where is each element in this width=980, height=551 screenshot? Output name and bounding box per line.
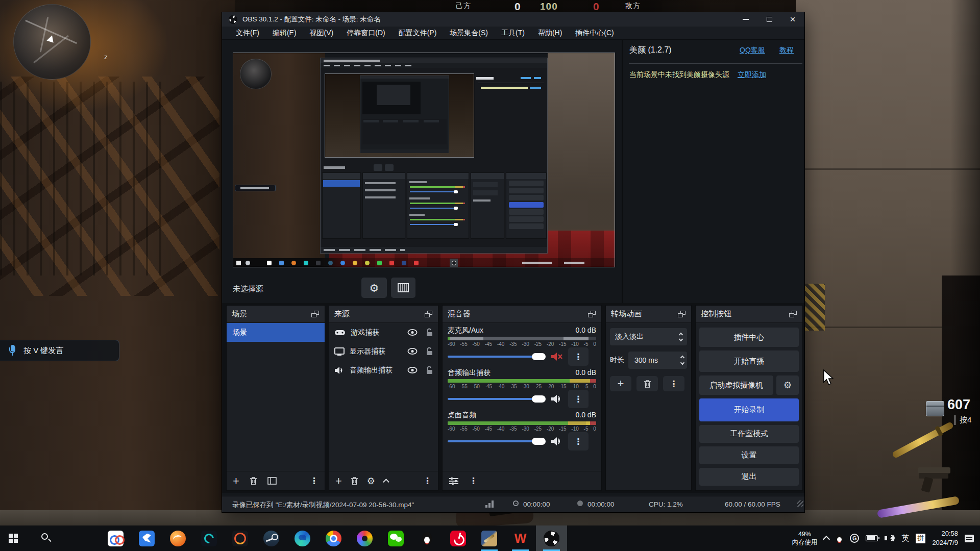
start-streaming-button[interactable]: 开始直播 <box>699 350 799 372</box>
mixer-dock-header[interactable]: 混音器 <box>443 306 601 323</box>
source-row-game-capture[interactable]: 游戏捕获 <box>329 323 438 342</box>
close-button[interactable]: × <box>781 12 804 27</box>
slider-handle[interactable] <box>532 353 546 360</box>
volume-slider[interactable] <box>448 398 546 400</box>
menu-item[interactable]: 帮助(H) <box>531 29 569 38</box>
tray-logitech-icon[interactable]: G <box>850 534 859 543</box>
sources-more-icon[interactable]: ⋮ <box>423 475 432 486</box>
source-properties-button[interactable]: ⚙ <box>361 278 387 298</box>
volume-slider[interactable] <box>448 440 546 442</box>
unlock-icon[interactable] <box>426 366 433 374</box>
virtual-camera-settings-button[interactable]: ⚙ <box>776 375 799 395</box>
studio-mode-button[interactable]: 工作室模式 <box>699 425 799 443</box>
taskbar-app-steam[interactable] <box>256 525 287 551</box>
scene-list-item[interactable]: 场景 <box>227 323 325 342</box>
speaker-icon[interactable] <box>551 394 563 404</box>
beauty-tutorial-link[interactable]: 教程 <box>779 46 794 55</box>
exit-button[interactable]: 退出 <box>699 468 799 486</box>
maximize-button[interactable] <box>757 12 781 27</box>
taskbar-search-button[interactable] <box>32 525 61 551</box>
tray-expand-chevron-icon[interactable] <box>823 536 830 543</box>
tray-qq-icon[interactable] <box>836 534 843 543</box>
channel-options-button[interactable]: ⋮ <box>568 390 589 408</box>
taskbar-app-chrome[interactable] <box>318 525 349 551</box>
menu-item[interactable]: 场景集合(S) <box>443 29 495 38</box>
popout-icon[interactable] <box>789 311 797 318</box>
mixer-more-icon[interactable]: ⋮ <box>469 475 478 486</box>
dock-splitter[interactable] <box>622 40 623 305</box>
taskbar-app-qq[interactable] <box>411 525 443 551</box>
taskbar-app-pinwheel[interactable] <box>349 525 380 551</box>
taskbar-app-netease-music[interactable] <box>443 525 474 551</box>
taskbar-clock[interactable]: 20:58 2024/7/9 <box>932 529 958 547</box>
taskbar-app-edge[interactable] <box>287 525 318 551</box>
taskbar-app-teal[interactable] <box>193 525 225 551</box>
resize-grip[interactable] <box>797 500 803 507</box>
menu-item[interactable]: 编辑(E) <box>266 29 303 38</box>
menu-item[interactable]: 工具(T) <box>495 29 531 38</box>
remove-transition-button[interactable] <box>636 376 658 391</box>
unlock-icon[interactable] <box>426 347 433 356</box>
move-source-up-icon[interactable] <box>383 479 389 485</box>
source-filters-button[interactable] <box>391 278 415 298</box>
channel-options-button[interactable]: ⋮ <box>568 432 589 450</box>
menu-item[interactable]: 插件中心(C) <box>569 29 620 38</box>
taskbar-app-g-ring[interactable] <box>225 525 256 551</box>
transition-select[interactable]: 淡入淡出 <box>610 328 687 345</box>
add-transition-button[interactable]: + <box>610 376 631 391</box>
settings-button[interactable]: 设置 <box>699 446 799 464</box>
scene-filters-icon[interactable] <box>267 477 277 485</box>
volume-slider[interactable] <box>448 356 546 358</box>
remove-scene-icon[interactable] <box>250 477 257 485</box>
controls-dock-header[interactable]: 控制按钮 <box>696 306 802 323</box>
minimize-button[interactable] <box>734 12 757 27</box>
chevron-up-icon[interactable] <box>680 356 684 360</box>
add-source-icon[interactable]: + <box>335 475 342 487</box>
unlock-icon[interactable] <box>426 328 433 337</box>
transitions-dock-header[interactable]: 转场动画 <box>606 306 691 323</box>
transition-select-spinner[interactable] <box>674 328 687 345</box>
memory-usage-indicator[interactable]: 49% 内存使用 <box>792 530 817 547</box>
volume-icon[interactable] <box>885 534 895 542</box>
taskbar-app-wps[interactable]: W <box>505 525 536 551</box>
start-virtual-camera-button[interactable]: 启动虚拟摄像机 <box>699 375 773 395</box>
taskbar-app-game-launcher[interactable] <box>474 525 505 551</box>
beauty-add-now-link[interactable]: 立即添加 <box>738 70 766 80</box>
source-row-display-capture[interactable]: 显示器捕获 <box>329 342 438 361</box>
chevron-down-icon[interactable] <box>680 361 684 365</box>
source-properties-icon[interactable]: ⚙ <box>367 477 375 486</box>
popout-icon[interactable] <box>311 311 320 318</box>
slider-handle[interactable] <box>532 395 546 403</box>
muted-speaker-icon[interactable] <box>551 352 563 362</box>
visibility-eye-icon[interactable] <box>407 348 418 355</box>
duration-spinbox[interactable]: 300 ms <box>628 352 687 369</box>
scenes-dock-header[interactable]: 场景 <box>227 306 325 323</box>
source-row-audio-output-capture[interactable]: 音频输出捕获 <box>329 361 438 380</box>
taskbar-app-thunder[interactable] <box>131 525 162 551</box>
plugin-center-button[interactable]: 插件中心 <box>699 328 799 347</box>
notification-center-icon[interactable] <box>965 535 974 542</box>
menu-item[interactable]: 视图(V) <box>303 29 340 38</box>
start-button[interactable] <box>0 525 27 551</box>
speaker-icon[interactable] <box>551 436 563 446</box>
add-scene-icon[interactable]: + <box>233 475 239 487</box>
popout-icon[interactable] <box>678 311 686 318</box>
popout-icon[interactable] <box>588 311 596 318</box>
channel-options-button[interactable]: ⋮ <box>568 347 589 366</box>
popout-icon[interactable] <box>425 311 433 318</box>
slider-handle[interactable] <box>532 438 546 445</box>
menu-item[interactable]: 文件(F) <box>229 29 266 38</box>
ime-indicator[interactable]: 拼 <box>916 534 925 543</box>
taskbar-app-meeting[interactable] <box>100 525 131 551</box>
remove-source-icon[interactable] <box>351 477 358 485</box>
visibility-eye-icon[interactable] <box>407 367 418 373</box>
battery-icon[interactable] <box>866 535 878 541</box>
transition-options-button[interactable]: ⋮ <box>663 376 684 391</box>
advanced-audio-icon[interactable] <box>449 477 459 485</box>
scenes-more-icon[interactable]: ⋮ <box>310 475 318 486</box>
menu-item[interactable]: 停靠窗口(D) <box>340 29 391 38</box>
menu-item[interactable]: 配置文件(P) <box>392 29 444 38</box>
taskbar-app-orange[interactable] <box>162 525 193 551</box>
taskbar-app-obs[interactable] <box>536 525 567 551</box>
sources-dock-header[interactable]: 来源 <box>329 306 438 323</box>
